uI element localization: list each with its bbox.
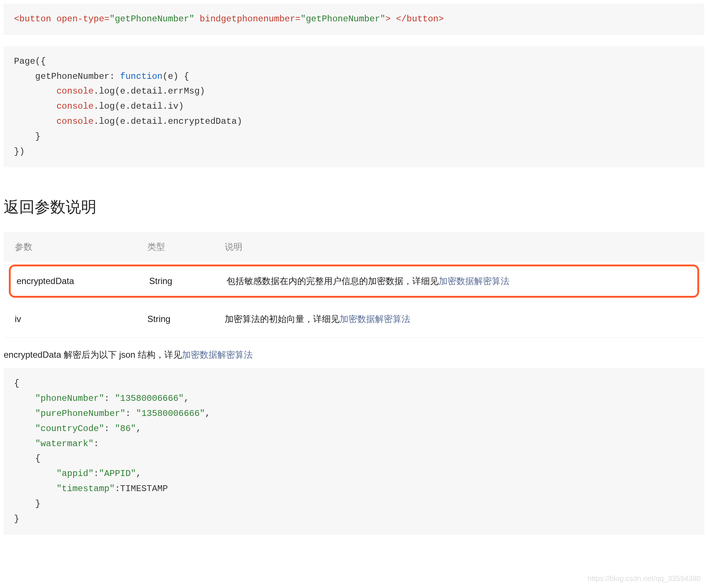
code-line: Page({ xyxy=(14,56,46,66)
table-row: iv String 加密算法的初始向量，详细见加密数据解密算法 xyxy=(4,301,704,338)
td-param: iv xyxy=(15,314,147,324)
td-type: String xyxy=(149,276,227,286)
code-block-button-example: <button open-type="getPhoneNumber" bindg… xyxy=(4,4,704,35)
code-block-json-structure: { "phoneNumber": "13580006666", "purePho… xyxy=(4,368,704,535)
code-block-page-js: Page({ getPhoneNumber: function(e) { con… xyxy=(4,46,704,168)
th-desc: 说明 xyxy=(225,241,693,253)
th-type: 类型 xyxy=(147,241,225,253)
td-desc: 加密算法的初始向量，详细见加密数据解密算法 xyxy=(225,313,693,325)
document-root: <button open-type="getPhoneNumber" bindg… xyxy=(0,4,708,560)
params-table: 参数 类型 说明 encryptedData String 包括敏感数据在内的完… xyxy=(4,232,704,338)
td-type: String xyxy=(147,314,225,324)
link-decrypt-algo[interactable]: 加密数据解密算法 xyxy=(340,314,410,324)
td-param: encryptedData xyxy=(17,276,149,286)
table-row-highlighted: encryptedData String 包括敏感数据在内的完整用户信息的加密数… xyxy=(9,265,699,298)
section-heading-return-params: 返回参数说明 xyxy=(4,197,704,217)
table-header-row: 参数 类型 说明 xyxy=(4,232,704,262)
body-paragraph: encryptedData 解密后为以下 json 结构，详见加密数据解密算法 xyxy=(4,349,704,361)
link-decrypt-algo[interactable]: 加密数据解密算法 xyxy=(182,350,253,360)
link-decrypt-algo[interactable]: 加密数据解密算法 xyxy=(439,276,509,286)
th-param: 参数 xyxy=(15,241,147,253)
td-desc: 包括敏感数据在内的完整用户信息的加密数据，详细见加密数据解密算法 xyxy=(227,275,691,287)
